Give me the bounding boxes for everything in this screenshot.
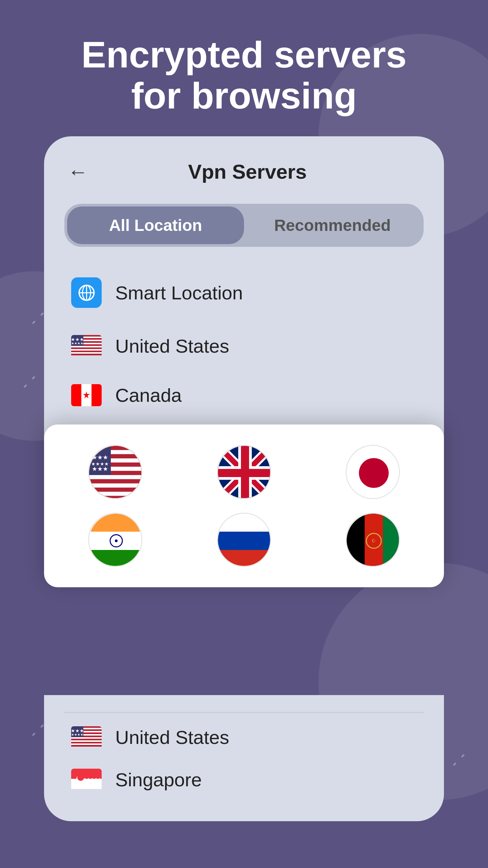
screen-header: ← Vpn Servers [64,157,424,187]
flag-popup: ★★★ ★★★★ ★★★ [44,425,444,587]
svg-rect-32 [89,484,142,488]
svg-rect-82 [71,739,102,741]
svg-rect-30 [89,475,142,479]
server-name-smart: Smart Location [115,282,243,304]
svg-rect-57 [89,514,142,532]
svg-rect-59 [89,550,142,567]
svg-rect-31 [89,479,142,483]
tab-all-location[interactable]: All Location [67,206,244,244]
flag-us: ★★★ ★★★★ [71,335,102,357]
tab-recommended[interactable]: Recommended [244,206,421,244]
flag-circle-in[interactable] [88,513,142,567]
svg-rect-66 [218,550,271,567]
svg-rect-71 [383,514,400,567]
flag-circle-us[interactable]: ★★★ ★★★★ ★★★ [88,445,142,499]
svg-rect-34 [89,492,142,496]
list-separator [64,712,424,713]
flag-circle-jp[interactable] [346,445,400,499]
svg-rect-86 [71,745,102,747]
svg-rect-16 [71,354,102,355]
svg-rect-83 [71,740,102,742]
svg-rect-13 [71,349,102,351]
server-name-us-bottom: United States [115,726,229,748]
list-item[interactable]: Canada [64,374,424,416]
svg-rect-11 [71,346,102,348]
svg-text:★★★: ★★★ [92,466,108,472]
smart-location-icon [71,277,102,308]
list-item[interactable]: ★★★★★ Singapore [64,758,424,801]
svg-rect-84 [71,742,102,744]
list-item[interactable]: ★★★ ★★★★ United States [64,716,424,758]
svg-text:★★★★: ★★★★ [71,341,83,345]
svg-rect-14 [71,351,102,352]
svg-text:☪: ☪ [372,538,376,544]
flag-us-bottom: ★★★ ★★★★ [71,726,102,748]
svg-rect-33 [89,488,142,492]
svg-text:★★★★★: ★★★★★ [83,777,102,782]
flag-circle-af[interactable]: ☪ [346,513,400,567]
server-name-us: United States [115,335,229,357]
list-item[interactable]: ★★★ ★★★★ United States [64,325,424,367]
svg-rect-64 [218,514,271,532]
server-name-sg: Singapore [115,769,202,791]
svg-marker-20 [83,391,90,398]
svg-rect-12 [71,348,102,349]
flag-circle-uk[interactable] [217,445,271,499]
svg-text:★★★: ★★★ [92,454,108,461]
svg-text:★★★★: ★★★★ [71,733,83,736]
flag-circle-ru[interactable] [217,513,271,567]
svg-rect-15 [71,352,102,354]
svg-rect-65 [218,532,271,550]
flag-grid: ★★★ ★★★★ ★★★ [58,445,430,567]
back-button[interactable]: ← [64,157,92,187]
phone-card: ← Vpn Servers All Location Recommended S… [44,136,444,535]
svg-rect-24 [89,450,142,454]
tab-group: All Location Recommended [64,204,424,247]
list-item[interactable]: Smart Location [64,267,424,318]
bottom-server-list: ★★★ ★★★★ United States ★★★★★ Singapore [44,695,444,821]
svg-rect-85 [71,744,102,745]
svg-point-61 [115,539,118,542]
server-name-ca: Canada [115,384,182,406]
svg-rect-35 [89,496,142,499]
svg-rect-69 [347,514,365,567]
svg-rect-50 [218,469,271,477]
flag-ca [71,384,102,406]
svg-rect-81 [71,737,102,739]
flag-sg: ★★★★★ [71,769,102,791]
svg-point-54 [359,458,389,488]
screen-title: Vpn Servers [92,160,403,183]
